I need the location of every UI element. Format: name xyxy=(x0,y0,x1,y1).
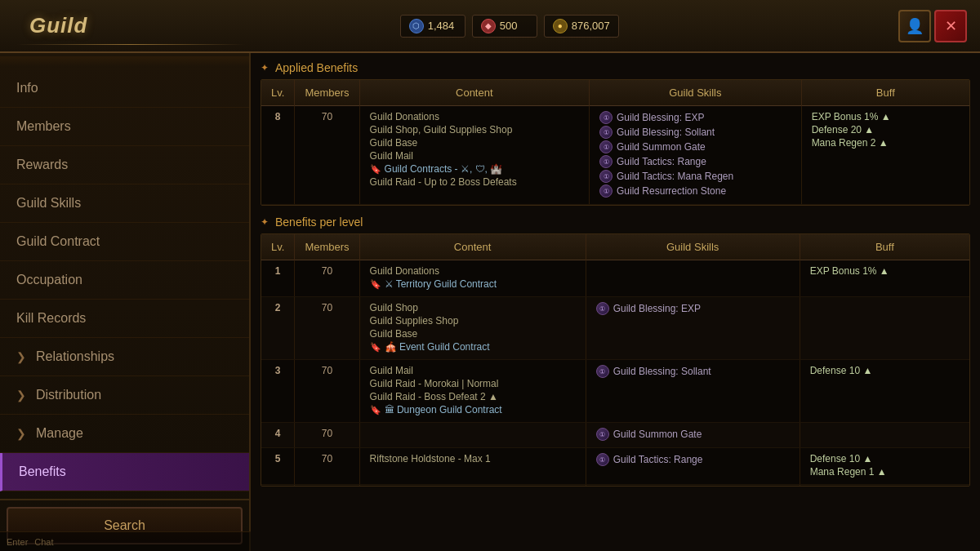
applied-benefits-title: Applied Benefits xyxy=(275,61,358,74)
content-item: Guild Raid - Up to 2 Boss Defeats xyxy=(370,176,579,188)
bottom-bar: Enter Chat xyxy=(0,531,253,551)
red-stat-icon: ◆ xyxy=(481,19,496,33)
skill-row: ① Guild Tactics: Range xyxy=(596,453,790,466)
sidebar-item-benefits[interactable]: Benefits xyxy=(0,453,249,491)
main-content-area: Applied Benefits Lv. Members Content Gui… xyxy=(251,53,980,551)
skill-row: ① Guild Summon Gate xyxy=(596,428,790,441)
col-lv-2: Lv. xyxy=(261,234,295,260)
table-row: 370Guild MailGuild Raid - Morokai | Norm… xyxy=(261,360,969,423)
guild-skills-cell: ① Guild Tactics: Range xyxy=(586,448,800,485)
sidebar-label-relationships: Relationships xyxy=(36,349,114,364)
relationships-expand-icon: ❯ xyxy=(16,350,26,363)
sidebar-label-info: Info xyxy=(16,81,38,96)
skill-name: Guild Tactics: Range xyxy=(613,454,703,465)
sidebar-label-rewards: Rewards xyxy=(16,158,68,172)
sidebar-item-info[interactable]: Info xyxy=(0,69,249,108)
skill-icon: ① xyxy=(596,302,609,315)
col-guild-skills-1: Guild Skills xyxy=(590,80,802,106)
benefits-per-level-table-container[interactable]: Lv. Members Content Guild Skills Buff 17… xyxy=(261,233,970,487)
sidebar-item-kill-records[interactable]: Kill Records xyxy=(0,300,249,338)
col-guild-skills-2: Guild Skills xyxy=(586,234,800,260)
benefits-per-level-table: Lv. Members Content Guild Skills Buff 17… xyxy=(261,234,969,487)
applied-benefits-header-row: Lv. Members Content Guild Skills Buff xyxy=(261,80,969,106)
contract-icon: 🔖 xyxy=(370,279,381,290)
red-stat-item: ◆ 500 xyxy=(472,15,537,38)
main-content: Applied Benefits Lv. Members Content Gui… xyxy=(251,53,980,551)
sidebar-item-distribution[interactable]: ❯ Distribution xyxy=(0,376,249,415)
buff-cell: Defense 10 ▲Mana Regen 1 ▲ xyxy=(800,448,969,485)
skill-row: ① Guild Resurrection Stone xyxy=(599,184,791,198)
buff-item: Mana Regen 2 ▲ xyxy=(812,137,960,149)
lv-cell: 2 xyxy=(261,297,295,360)
close-button[interactable]: ✕ xyxy=(934,10,967,42)
content-item: 🔖⚔ Territory Guild Contract xyxy=(370,278,576,290)
skill-icon: ① xyxy=(599,111,612,124)
skill-icon: ① xyxy=(599,170,612,183)
content-item: Guild Base xyxy=(370,328,576,340)
content-cell: Guild DonationsGuild Shop, Guild Supplie… xyxy=(359,106,589,205)
sidebar-item-relationships[interactable]: ❯ Relationships xyxy=(0,338,249,376)
blue-stat-item: ⬡ 1,484 xyxy=(400,15,466,38)
table-row: 670 ① Guild Tactics: Mana Regen xyxy=(261,485,969,487)
applied-benefits-header: Applied Benefits xyxy=(261,61,970,74)
sidebar-item-manage[interactable]: ❯ Manage xyxy=(0,415,249,453)
skill-row: ① Guild Blessing: Sollant xyxy=(599,126,791,139)
skill-icon: ① xyxy=(596,453,609,466)
skill-row: ① Guild Blessing: EXP xyxy=(599,111,791,124)
sidebar-label-members: Members xyxy=(16,119,71,134)
skill-name: Guild Summon Gate xyxy=(613,429,702,440)
skill-row: ① Guild Summon Gate xyxy=(599,140,791,153)
sidebar-label-benefits: Benefits xyxy=(19,464,66,479)
portrait-button[interactable]: 👤 xyxy=(898,10,931,42)
skill-icon: ① xyxy=(599,155,612,168)
chat-label: Chat xyxy=(34,537,53,547)
sidebar-label-occupation: Occupation xyxy=(16,273,82,287)
sidebar-decoration xyxy=(0,56,249,66)
skill-name: Guild Tactics: Mana Regen xyxy=(617,171,733,182)
applied-benefits-table-container[interactable]: Lv. Members Content Guild Skills Buff 87… xyxy=(261,79,970,206)
benefits-per-level-title: Benefits per level xyxy=(275,216,363,229)
content-item: Guild Donations xyxy=(370,265,576,277)
guild-skills-cell: ① Guild Tactics: Mana Regen xyxy=(586,485,800,487)
skill-icon: ① xyxy=(596,428,609,441)
benefits-per-level-section: Benefits per level Lv. Members Content G… xyxy=(261,216,970,487)
sidebar-item-rewards[interactable]: Rewards xyxy=(0,146,249,184)
members-cell: 70 xyxy=(295,448,359,485)
lv-cell: 8 xyxy=(261,106,295,205)
buff-cell xyxy=(800,297,969,360)
members-cell: 70 xyxy=(295,297,359,360)
applied-benefits-section: Applied Benefits Lv. Members Content Gui… xyxy=(261,61,970,206)
gold-stat-icon: ● xyxy=(553,19,568,33)
skill-row: ① Guild Tactics: Mana Regen xyxy=(599,170,791,183)
content-item: Guild Base xyxy=(370,137,579,149)
sidebar-label-manage: Manage xyxy=(36,426,83,441)
members-cell: 70 xyxy=(295,260,359,297)
members-cell: 70 xyxy=(295,106,359,205)
red-stat-value: 500 xyxy=(500,20,518,32)
content-item: Guild Donations xyxy=(370,111,579,122)
lv-cell: 4 xyxy=(261,423,295,448)
content-item: Guild Supplies Shop xyxy=(370,315,576,327)
content-cell: Guild Donations🔖⚔ Territory Guild Contra… xyxy=(359,260,586,297)
skill-name: Guild Blessing: EXP xyxy=(617,112,704,123)
sidebar-item-occupation[interactable]: Occupation xyxy=(0,261,249,300)
sidebar: Info Members Rewards Guild Skills Guild … xyxy=(0,53,251,551)
buff-cell xyxy=(800,485,969,487)
header: Guild ⬡ 1,484 ◆ 500 ● 876,007 👤 ✕ xyxy=(0,0,980,53)
content-area: Info Members Rewards Guild Skills Guild … xyxy=(0,53,980,551)
members-cell: 70 xyxy=(295,360,359,423)
content-item: Guild Mail xyxy=(370,365,576,376)
applied-benefits-table: Lv. Members Content Guild Skills Buff 87… xyxy=(261,80,969,205)
lv-cell: 3 xyxy=(261,360,295,423)
skill-row: ① Guild Blessing: Sollant xyxy=(596,365,790,378)
skill-icon: ① xyxy=(599,140,612,153)
sidebar-item-guild-contract[interactable]: Guild Contract xyxy=(0,223,249,261)
sidebar-item-guild-skills[interactable]: Guild Skills xyxy=(0,184,249,223)
content-item: Guild Shop, Guild Supplies Shop xyxy=(370,124,579,136)
lv-cell: 1 xyxy=(261,260,295,297)
sidebar-item-members[interactable]: Members xyxy=(0,108,249,146)
buff-item: Defense 10 ▲ xyxy=(810,365,960,376)
benefits-per-level-header-row: Lv. Members Content Guild Skills Buff xyxy=(261,234,969,260)
col-members-1: Members xyxy=(295,80,359,106)
buff-item: EXP Bonus 1% ▲ xyxy=(810,265,960,277)
